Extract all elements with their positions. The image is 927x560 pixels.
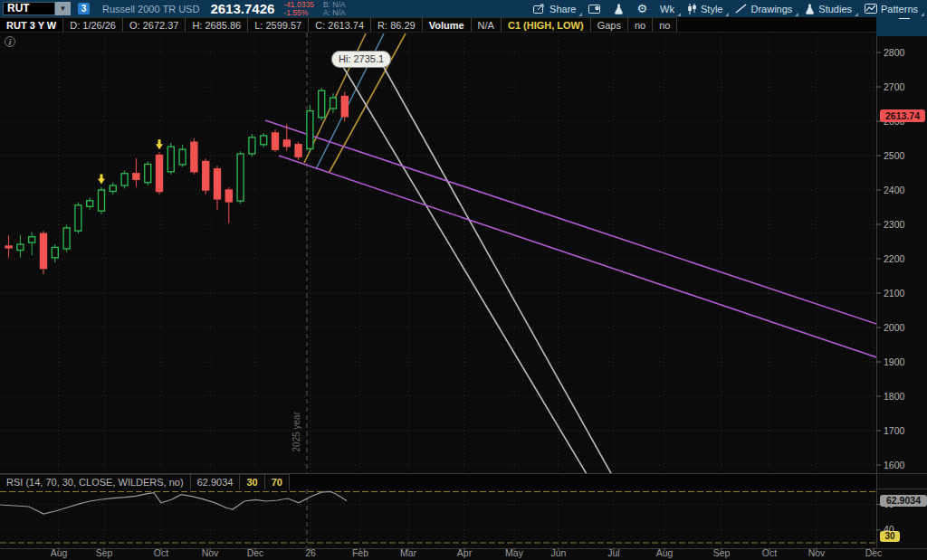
high-callout-tooltip: Hi: 2735.1: [331, 51, 391, 68]
candle: [249, 134, 255, 157]
volume-label[interactable]: Volume: [423, 17, 472, 32]
candle: [191, 138, 197, 175]
dropdown-caret: [855, 13, 858, 16]
alerts-button[interactable]: !: [588, 4, 601, 14]
change-percent: -1.55%: [283, 9, 314, 17]
price-change: -41.0335 -1.55%: [283, 1, 314, 17]
share-label: Share: [550, 4, 576, 14]
ohlc-low: L: 2599.57: [248, 17, 309, 32]
time-tick-label: Feb: [352, 547, 368, 558]
time-tick-label: Oct: [154, 547, 168, 558]
share-button[interactable]: Share: [533, 4, 576, 14]
rsi-study-label[interactable]: RSI (14, 70, 30, CLOSE, WILDERS, no): [0, 474, 191, 489]
candle: [41, 231, 47, 274]
time-tick-label: Dec: [247, 547, 264, 558]
price-tick-label: 2800: [884, 47, 905, 58]
flask-icon: [614, 4, 624, 14]
gaps-label[interactable]: Gaps: [591, 17, 628, 32]
patterns-label: Patterns: [881, 4, 918, 14]
dropdown-caret: [795, 13, 798, 16]
price-tick-label: 1700: [884, 425, 905, 436]
time-tick-label: May: [505, 547, 524, 558]
time-tick-label: Sep: [96, 547, 113, 558]
time-tick-label: Apr: [457, 547, 473, 558]
rsi-study-header: RSI (14, 70, 30, CLOSE, WILDERS, no) 62.…: [0, 474, 876, 489]
drawings-button[interactable]: Drawings: [735, 4, 792, 14]
quick-study-button[interactable]: [614, 4, 624, 14]
bid-ask: B: N/A A: N/A: [323, 1, 346, 17]
price-tick-label: 1600: [884, 460, 905, 470]
price-tick-label: 2700: [884, 81, 905, 92]
studies-button[interactable]: Studies: [805, 4, 852, 14]
time-tick-label: Aug: [656, 547, 674, 558]
price-tick-label: 1800: [884, 391, 905, 402]
time-tick-label: Oct: [762, 547, 777, 558]
note-alert-icon: !: [588, 4, 601, 14]
flask-icon: [805, 4, 815, 14]
chart-application: RUT ▼ 3 Russell 2000 TR USD 2613.7426 -4…: [0, 0, 927, 560]
share-icon: [533, 4, 546, 14]
candle: [319, 88, 325, 120]
candle: [75, 202, 81, 233]
style-button[interactable]: Style: [687, 4, 722, 14]
candle: [237, 151, 244, 204]
volume-value: N/A: [472, 17, 502, 32]
gaps-value-1: no: [628, 17, 653, 32]
ohlc-close: C: 2613.74: [309, 17, 371, 32]
candle-setting[interactable]: C1 (HIGH, LOW): [502, 17, 591, 32]
dropdown-caret: [725, 13, 729, 16]
patterns-button[interactable]: Patterns: [865, 4, 918, 14]
candle: [307, 105, 313, 152]
rsi-overbought-level[interactable]: 70: [265, 474, 290, 489]
info-icon[interactable]: i: [5, 36, 15, 47]
ohlc-high: H: 2685.86: [186, 17, 248, 32]
main-toolbar: RUT ▼ 3 Russell 2000 TR USD 2613.7426 -4…: [0, 0, 927, 17]
dropdown-caret: [578, 13, 582, 16]
timeframe-button[interactable]: Wk: [660, 4, 674, 14]
time-tick-label: Nov: [808, 547, 826, 558]
ohlc-range: R: 86.29: [371, 17, 423, 32]
last-price-badge: 2613.74: [880, 109, 925, 122]
candle: [99, 187, 105, 214]
settings-button[interactable]: ⚙: [636, 3, 647, 14]
dropdown-caret: [921, 13, 924, 16]
year-divider-label: 2025 year: [291, 412, 301, 451]
pattern-icon: [865, 4, 877, 14]
ticker-input[interactable]: RUT: [3, 2, 55, 15]
dropdown-caret: [677, 13, 681, 16]
rsi-oversold-level[interactable]: 30: [240, 474, 264, 489]
price-tick-label: 2000: [884, 322, 905, 333]
candle: [157, 152, 163, 195]
time-tick-label: Dec: [865, 547, 883, 558]
candle: [203, 158, 209, 195]
candle: [167, 143, 174, 175]
time-tick-label: Nov: [202, 547, 219, 558]
rsi-value-badge: 62.9034: [880, 495, 927, 507]
ticker-dropdown-button[interactable]: ▼: [55, 2, 71, 15]
candles-icon: [687, 4, 697, 14]
time-tick-label: Sep: [713, 547, 731, 558]
ask-value: A: N/A: [323, 9, 346, 17]
trendline-icon: [735, 4, 747, 14]
chart-title[interactable]: RUT 3 Y W: [0, 17, 63, 32]
svg-text:!: !: [597, 6, 597, 11]
candle: [121, 170, 128, 188]
last-price: 2613.7426: [210, 1, 274, 16]
chart-link-badge[interactable]: 3: [78, 3, 90, 14]
timeframe-label: Wk: [660, 4, 674, 14]
price-tick-label: 2100: [884, 288, 905, 299]
time-tick-label: Aug: [51, 547, 68, 558]
symbol-description: Russell 2000 TR USD: [102, 4, 199, 14]
price-tick-label: 2300: [884, 219, 905, 230]
rsi-oversold-badge: 30: [880, 531, 900, 542]
chart-status-row: RUT 3 Y W D: 1/26/26 O: 2672.37 H: 2685.…: [0, 17, 876, 33]
time-tick-label: Jul: [607, 547, 619, 558]
price-tick-label: 2200: [884, 253, 905, 264]
price-tick-label: 2500: [884, 150, 905, 161]
drawings-label: Drawings: [750, 4, 792, 14]
studies-label: Studies: [818, 4, 852, 14]
time-tick-label: 26: [305, 547, 316, 558]
candle: [145, 161, 151, 185]
ohlc-date: D: 1/26/26: [63, 17, 123, 32]
time-tick-label: Mar: [400, 547, 417, 558]
